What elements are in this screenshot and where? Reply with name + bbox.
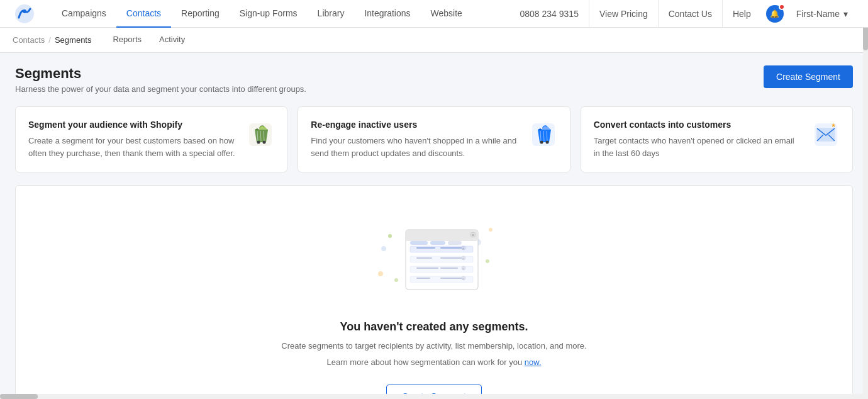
user-menu[interactable]: First-Name ▾ xyxy=(789,9,855,19)
svg-text:×: × xyxy=(462,247,464,250)
empty-state-illustration: × × × × × xyxy=(371,211,497,305)
svg-rect-38 xyxy=(416,257,432,259)
breadcrumb-segments: Segments xyxy=(55,35,92,45)
nav-integrations[interactable]: Integrations xyxy=(354,0,420,28)
page-subtitle: Harness the power of your data and segme… xyxy=(15,84,306,94)
svg-point-25 xyxy=(378,271,383,276)
page-header: Segments Harness the power of your data … xyxy=(15,65,853,94)
svg-point-0 xyxy=(15,4,34,23)
svg-rect-54 xyxy=(448,241,462,245)
svg-point-10 xyxy=(545,141,548,144)
page-title: Segments xyxy=(15,65,306,82)
phone-number[interactable]: 0808 234 9315 xyxy=(510,0,589,28)
empty-state: × × × × × xyxy=(15,185,853,399)
svg-text:×: × xyxy=(462,277,464,281)
svg-rect-29 xyxy=(407,230,478,236)
svg-text:★: ★ xyxy=(831,122,836,128)
svg-point-9 xyxy=(540,141,543,144)
card-3-title: Convert contacts into customers xyxy=(594,120,840,130)
sub-nav: Contacts / Segments Reports Activity xyxy=(0,28,868,53)
tab-reports[interactable]: Reports xyxy=(104,28,150,53)
card-2-title: Re-engage inactive users xyxy=(311,120,557,130)
cards-row: Segment your audience with Shopify Creat… xyxy=(15,106,853,172)
view-pricing-link[interactable]: View Pricing xyxy=(589,0,658,28)
svg-point-4 xyxy=(263,141,266,144)
main-nav-links: Campaigns Contacts Reporting Sign-up For… xyxy=(52,0,510,28)
nav-contacts[interactable]: Contacts xyxy=(116,0,171,28)
svg-point-26 xyxy=(489,228,492,232)
nav-reporting[interactable]: Reporting xyxy=(171,0,230,28)
empty-state-desc2-text: Learn more about how segmentation can wo… xyxy=(326,357,522,367)
card-1-desc: Create a segment for your best customers… xyxy=(28,135,274,159)
tab-activity[interactable]: Activity xyxy=(150,28,194,53)
svg-text:×: × xyxy=(462,257,464,261)
svg-text:×: × xyxy=(462,267,464,271)
main-content: Segments Harness the power of your data … xyxy=(0,53,868,399)
svg-rect-44 xyxy=(440,267,458,269)
help-link[interactable]: Help xyxy=(722,0,761,28)
svg-rect-39 xyxy=(440,257,462,259)
svg-rect-43 xyxy=(416,267,438,269)
shopify-green-icon xyxy=(245,118,275,149)
top-nav-right: 0808 234 9315 View Pricing Contact Us He… xyxy=(510,0,856,28)
empty-state-desc1: Create segments to target recipients by … xyxy=(281,340,586,352)
envelope-icon: ★ xyxy=(811,118,841,149)
breadcrumb-separator: / xyxy=(48,35,51,45)
breadcrumb: Contacts / Segments xyxy=(13,35,91,45)
empty-state-title: You haven't created any segments. xyxy=(340,320,528,334)
svg-point-22 xyxy=(486,259,489,263)
create-segment-button[interactable]: Create Segment xyxy=(764,65,853,88)
logo[interactable] xyxy=(13,4,36,24)
re-engage-card: Re-engage inactive users Find your custo… xyxy=(298,106,570,172)
svg-point-1 xyxy=(23,9,26,13)
page-title-group: Segments Harness the power of your data … xyxy=(15,65,306,94)
notification-bell[interactable]: 🔔 xyxy=(766,5,784,23)
horizontal-scrollbar[interactable] xyxy=(0,394,863,399)
notification-badge xyxy=(779,4,785,10)
shopify-segment-card: Segment your audience with Shopify Creat… xyxy=(15,106,287,172)
svg-point-20 xyxy=(388,234,392,238)
contact-us-link[interactable]: Contact Us xyxy=(658,0,722,28)
nav-website[interactable]: Website xyxy=(421,0,472,28)
user-name: First-Name xyxy=(796,9,840,19)
svg-rect-48 xyxy=(416,278,430,279)
chevron-down-icon: ▾ xyxy=(843,9,848,19)
svg-rect-33 xyxy=(416,247,435,249)
card-2-desc: Find your customers who haven't shopped … xyxy=(311,135,557,159)
svg-point-24 xyxy=(394,278,398,282)
svg-text:×: × xyxy=(472,233,474,237)
svg-point-3 xyxy=(257,141,260,144)
svg-rect-49 xyxy=(440,278,464,279)
nav-library[interactable]: Library xyxy=(308,0,355,28)
svg-point-19 xyxy=(381,246,386,251)
horizontal-scroll-thumb[interactable] xyxy=(0,394,38,399)
card-1-title: Segment your audience with Shopify xyxy=(28,120,274,130)
card-3-desc: Target contacts who haven't opened or cl… xyxy=(594,135,840,159)
empty-state-learn-more-link[interactable]: now. xyxy=(525,357,542,367)
nav-campaigns[interactable]: Campaigns xyxy=(52,0,116,28)
breadcrumb-contacts[interactable]: Contacts xyxy=(13,35,45,45)
nav-sign-up-forms[interactable]: Sign-up Forms xyxy=(230,0,308,28)
svg-rect-52 xyxy=(410,241,428,245)
sub-nav-tabs: Reports Activity xyxy=(104,28,194,53)
vertical-scrollbar[interactable] xyxy=(863,0,868,399)
empty-state-desc2: Learn more about how segmentation can wo… xyxy=(326,356,541,369)
top-nav: Campaigns Contacts Reporting Sign-up For… xyxy=(0,0,868,28)
shopify-blue-icon xyxy=(528,118,559,149)
convert-contacts-card: Convert contacts into customers Target c… xyxy=(581,106,853,172)
svg-rect-53 xyxy=(430,241,445,245)
